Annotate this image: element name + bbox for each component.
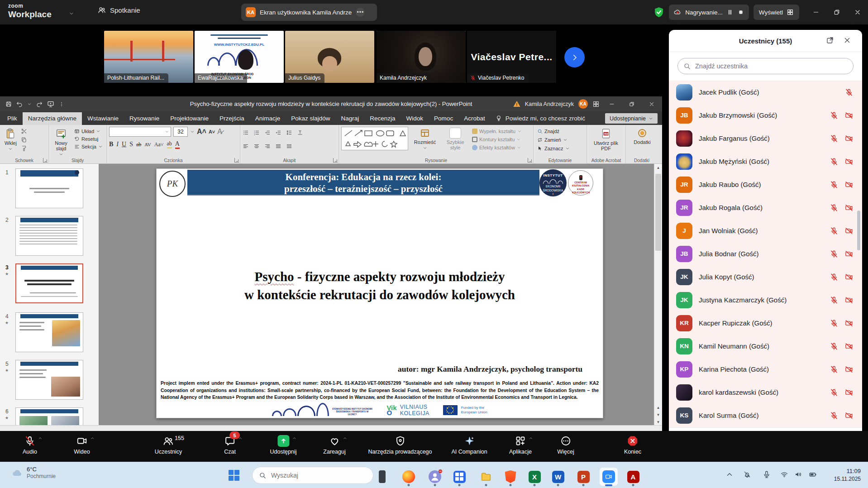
decrease-indent-button[interactable] (264, 129, 271, 136)
ppt-restore-button[interactable] (624, 96, 639, 111)
next-participants-page-button[interactable] (564, 47, 585, 67)
volume-icon[interactable] (794, 470, 802, 478)
project-description[interactable]: Project implem ented under the Erasmus+ … (161, 380, 599, 401)
participant-row[interactable]: JKJustyna Kaczmarczyk (Gość) (669, 288, 862, 311)
section-button[interactable]: Sekcja (73, 144, 104, 150)
participant-row[interactable]: JBJakub Brzymowski (Gość) (669, 104, 862, 127)
participant-camera-muted-icon[interactable] (845, 250, 853, 258)
ribbon-tab-projektowanie[interactable]: Projektowanie (165, 112, 214, 125)
shape-fill-button[interactable]: Wypełn. kształtu (471, 128, 523, 134)
paragraph-dialog-launcher[interactable] (333, 158, 338, 163)
slide[interactable]: PK Konferencja: Edukacja na rzecz kolei:… (156, 168, 603, 418)
shape-effects-button[interactable]: Efekty kształtów (471, 144, 523, 151)
toolbar-more-button[interactable]: Więcej (557, 434, 574, 455)
tell-me-box[interactable]: Powiedz mi, co chcesz zrobić (491, 115, 590, 125)
zoom-icon[interactable] (600, 468, 618, 486)
ribbon-display-options-icon[interactable] (592, 100, 600, 108)
video-tile[interactable]: WWW.INSTYTUTCKZ.EDU.PLINSTYTUT EKONOMII … (195, 31, 284, 83)
participant-row[interactable]: karol kardaszewski (Gość) (669, 381, 862, 404)
participant-mic-muted-icon[interactable] (830, 342, 838, 350)
quick-styles-button[interactable]: Szybkie style (442, 127, 469, 151)
find-button[interactable]: Znajdź (536, 128, 584, 134)
ribbon-tab-recenzja[interactable]: Recenzja (364, 112, 401, 125)
next-slide-icon[interactable]: ▼ (654, 411, 662, 418)
slide-thumbnail[interactable] (15, 312, 83, 352)
clear-formatting-button[interactable]: A̷ (217, 127, 222, 137)
close-window-button[interactable] (847, 0, 868, 24)
tab-meeting[interactable]: Spotkanie (98, 6, 140, 14)
chevron-up-icon[interactable] (292, 436, 296, 440)
reset-button[interactable]: Resetuj (73, 136, 104, 142)
bold-button[interactable]: B (109, 141, 113, 148)
font-color-button[interactable]: A (175, 140, 180, 149)
toolbar-react-button[interactable]: Zareaguj (323, 434, 345, 455)
microphone-icon[interactable] (763, 470, 771, 478)
italic-button[interactable]: I (116, 141, 119, 148)
view-button[interactable]: Wyświetl (754, 5, 799, 20)
battery-icon[interactable] (809, 470, 817, 478)
slide-banner[interactable]: Konferencja: Edukacja na rzecz kolei: pr… (187, 170, 539, 196)
brave-icon[interactable] (501, 468, 520, 486)
store-icon[interactable] (450, 468, 468, 486)
select-button[interactable]: Zaznacz (536, 145, 584, 152)
word-icon[interactable]: W (549, 468, 567, 486)
customize-quick-access-icon[interactable] (59, 101, 64, 107)
participant-camera-muted-icon[interactable] (845, 388, 853, 397)
popout-panel-icon[interactable] (826, 36, 834, 44)
justify-button[interactable] (275, 143, 281, 149)
copy-button[interactable] (21, 137, 27, 143)
participant-mic-muted-icon[interactable] (830, 273, 838, 281)
participant-mic-muted-icon[interactable] (845, 88, 853, 96)
increase-indent-button[interactable] (275, 129, 281, 136)
participant-row[interactable]: JRJakub Rogala (Gość) (669, 196, 862, 219)
ppt-close-button[interactable] (644, 96, 659, 111)
ribbon-tab-nagraj[interactable]: Nagraj (336, 112, 365, 125)
start-slideshow-button[interactable] (47, 100, 54, 108)
toolbar-participants-button[interactable]: 155Uczestnicy (155, 434, 182, 455)
participant-row[interactable]: JKJulia Kopyt (Gość) (669, 265, 862, 288)
participant-row[interactable]: Jakub Mężyński (Gość) (669, 150, 862, 173)
participant-camera-muted-icon[interactable] (845, 273, 853, 281)
undo-menu-icon[interactable] (27, 102, 32, 106)
ribbon-tab-acrobat[interactable]: Acrobat (458, 112, 491, 125)
toolbar-audio-button[interactable]: Audio (23, 434, 37, 455)
toolbar-ai-companion-button[interactable]: AI Companion (451, 434, 487, 455)
font-dialog-launcher[interactable] (234, 158, 239, 163)
undo-button[interactable] (16, 101, 23, 107)
save-button[interactable] (5, 101, 12, 107)
create-pdf-button[interactable]: PDF Utwórz plik PDF (589, 127, 623, 152)
participant-mic-muted-icon[interactable] (830, 365, 838, 373)
warning-icon[interactable] (513, 100, 520, 108)
strikethrough-button[interactable]: ab (136, 141, 141, 148)
file-explorer-icon[interactable] (477, 468, 495, 486)
ribbon-tab-widok[interactable]: Widok (401, 112, 429, 125)
bullet-list-button[interactable] (243, 129, 249, 136)
weather-widget[interactable]: 6°C Pochmurnie (12, 466, 56, 480)
align-right-button[interactable] (264, 143, 271, 149)
acrobat-icon[interactable]: A (624, 468, 642, 486)
restore-window-button[interactable] (826, 0, 847, 24)
ribbon-tab-plik[interactable]: Plik (2, 112, 23, 125)
addins-button[interactable]: Dodatki (628, 127, 656, 146)
replace-button[interactable]: Zamień (536, 137, 584, 143)
participant-camera-muted-icon[interactable] (845, 319, 853, 327)
slide-scrollbar[interactable]: ▲ ▲ ▼ ▼ (654, 164, 662, 426)
security-shield-icon[interactable] (653, 7, 664, 18)
video-tile[interactable]: Polish-Lithuanian Rail... (104, 31, 193, 83)
ppt-minimize-button[interactable] (604, 96, 620, 111)
numbered-list-button[interactable]: 123 (253, 129, 260, 136)
increase-font-button[interactable]: A˄ (197, 127, 206, 137)
participant-camera-muted-icon[interactable] (845, 134, 853, 143)
participant-row[interactable]: KRKacper Rupiczak (Gość) (669, 311, 862, 335)
zoom-workplace-logo[interactable]: zoom Workplace (8, 3, 52, 19)
change-case-button[interactable]: Aa˅ (154, 141, 164, 148)
participant-mic-muted-icon[interactable] (830, 388, 838, 397)
line-spacing-button[interactable] (286, 129, 292, 136)
toolbar-chat-button[interactable]: 5Czat (224, 434, 236, 455)
participant-camera-muted-icon[interactable] (845, 342, 853, 350)
taskbar-clock[interactable]: 11:09 15.11.2025 (834, 467, 861, 483)
font-size-select[interactable]: 32 (173, 127, 188, 137)
workspace-chevron-icon[interactable] (69, 11, 74, 16)
participant-search-input[interactable] (694, 62, 848, 70)
participant-mic-muted-icon[interactable] (830, 227, 838, 235)
